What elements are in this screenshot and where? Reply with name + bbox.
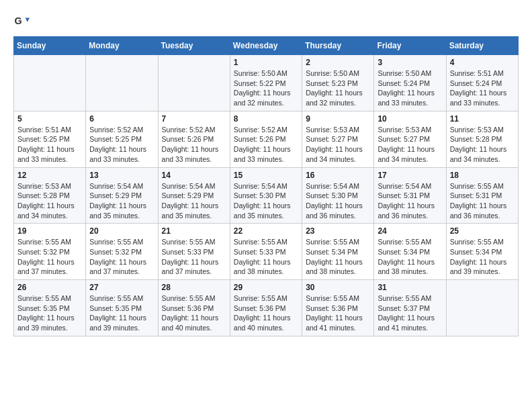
calendar-cell: 28Sunrise: 5:55 AM Sunset: 5:36 PM Dayli… (158, 280, 230, 336)
weekday-header: Friday (374, 37, 446, 55)
day-info: Sunrise: 5:55 AM Sunset: 5:32 PM Dayligh… (89, 237, 154, 277)
weekday-header: Sunday (14, 37, 86, 55)
day-info: Sunrise: 5:55 AM Sunset: 5:33 PM Dayligh… (162, 237, 226, 277)
calendar-cell: 27Sunrise: 5:55 AM Sunset: 5:35 PM Dayli… (86, 280, 158, 336)
calendar-cell: 14Sunrise: 5:54 AM Sunset: 5:29 PM Dayli… (158, 167, 230, 224)
day-info: Sunrise: 5:55 AM Sunset: 5:35 PM Dayligh… (17, 293, 82, 333)
day-info: Sunrise: 5:50 AM Sunset: 5:22 PM Dayligh… (234, 68, 298, 108)
calendar-cell (158, 55, 230, 111)
calendar-cell: 22Sunrise: 5:55 AM Sunset: 5:33 PM Dayli… (230, 224, 302, 280)
day-number: 10 (378, 114, 442, 124)
day-number: 24 (378, 226, 442, 236)
day-info: Sunrise: 5:51 AM Sunset: 5:25 PM Dayligh… (17, 125, 82, 165)
day-number: 3 (378, 58, 442, 67)
calendar-cell: 17Sunrise: 5:54 AM Sunset: 5:31 PM Dayli… (374, 167, 446, 224)
calendar-cell: 12Sunrise: 5:53 AM Sunset: 5:28 PM Dayli… (14, 167, 86, 224)
calendar-table: SundayMondayTuesdayWednesdayThursdayFrid… (13, 36, 519, 336)
calendar-cell: 23Sunrise: 5:55 AM Sunset: 5:34 PM Dayli… (302, 224, 374, 280)
day-number: 28 (162, 283, 226, 292)
calendar-cell: 21Sunrise: 5:55 AM Sunset: 5:33 PM Dayli… (158, 224, 230, 280)
calendar-cell (14, 55, 86, 111)
day-number: 8 (234, 114, 298, 124)
calendar-week-row: 1Sunrise: 5:50 AM Sunset: 5:22 PM Daylig… (14, 55, 519, 111)
day-info: Sunrise: 5:55 AM Sunset: 5:33 PM Dayligh… (234, 237, 298, 277)
day-number: 11 (450, 114, 515, 124)
day-number: 22 (234, 226, 298, 236)
calendar-week-row: 12Sunrise: 5:53 AM Sunset: 5:28 PM Dayli… (14, 167, 519, 224)
day-number: 23 (306, 226, 370, 236)
day-number: 20 (89, 226, 154, 236)
day-info: Sunrise: 5:53 AM Sunset: 5:28 PM Dayligh… (450, 125, 515, 165)
day-number: 14 (162, 171, 226, 180)
calendar-cell: 2Sunrise: 5:50 AM Sunset: 5:23 PM Daylig… (302, 55, 374, 111)
day-info: Sunrise: 5:52 AM Sunset: 5:25 PM Dayligh… (89, 125, 154, 165)
calendar-cell: 16Sunrise: 5:54 AM Sunset: 5:30 PM Dayli… (302, 167, 374, 224)
day-number: 6 (89, 114, 154, 124)
day-info: Sunrise: 5:55 AM Sunset: 5:36 PM Dayligh… (306, 293, 370, 333)
day-info: Sunrise: 5:52 AM Sunset: 5:26 PM Dayligh… (162, 125, 226, 165)
weekday-header-row: SundayMondayTuesdayWednesdayThursdayFrid… (14, 37, 519, 55)
day-number: 31 (378, 283, 442, 292)
day-number: 29 (234, 283, 298, 292)
day-info: Sunrise: 5:55 AM Sunset: 5:36 PM Dayligh… (234, 293, 298, 333)
weekday-header: Thursday (302, 37, 374, 55)
calendar-week-row: 19Sunrise: 5:55 AM Sunset: 5:32 PM Dayli… (14, 224, 519, 280)
day-info: Sunrise: 5:53 AM Sunset: 5:28 PM Dayligh… (17, 181, 82, 221)
day-number: 27 (89, 283, 154, 292)
day-info: Sunrise: 5:54 AM Sunset: 5:30 PM Dayligh… (234, 181, 298, 221)
calendar-cell: 25Sunrise: 5:55 AM Sunset: 5:34 PM Dayli… (446, 224, 518, 280)
calendar-cell: 5Sunrise: 5:51 AM Sunset: 5:25 PM Daylig… (14, 111, 86, 167)
calendar-cell (86, 55, 158, 111)
svg-marker-1 (26, 17, 30, 21)
day-number: 7 (162, 114, 226, 124)
day-number: 12 (17, 171, 82, 180)
day-number: 9 (306, 114, 370, 124)
day-info: Sunrise: 5:52 AM Sunset: 5:26 PM Dayligh… (234, 125, 298, 165)
day-info: Sunrise: 5:53 AM Sunset: 5:27 PM Dayligh… (378, 125, 442, 165)
day-number: 5 (17, 114, 82, 124)
day-number: 19 (17, 226, 82, 236)
calendar-cell: 7Sunrise: 5:52 AM Sunset: 5:26 PM Daylig… (158, 111, 230, 167)
day-info: Sunrise: 5:50 AM Sunset: 5:24 PM Dayligh… (378, 68, 442, 108)
day-info: Sunrise: 5:55 AM Sunset: 5:34 PM Dayligh… (378, 237, 442, 277)
calendar-week-row: 5Sunrise: 5:51 AM Sunset: 5:25 PM Daylig… (14, 111, 519, 167)
calendar-cell: 8Sunrise: 5:52 AM Sunset: 5:26 PM Daylig… (230, 111, 302, 167)
calendar-cell: 30Sunrise: 5:55 AM Sunset: 5:36 PM Dayli… (302, 280, 374, 336)
day-info: Sunrise: 5:55 AM Sunset: 5:36 PM Dayligh… (162, 293, 226, 333)
day-info: Sunrise: 5:54 AM Sunset: 5:30 PM Dayligh… (306, 181, 370, 221)
day-info: Sunrise: 5:55 AM Sunset: 5:35 PM Dayligh… (89, 293, 154, 333)
calendar-cell: 24Sunrise: 5:55 AM Sunset: 5:34 PM Dayli… (374, 224, 446, 280)
calendar-cell: 11Sunrise: 5:53 AM Sunset: 5:28 PM Dayli… (446, 111, 518, 167)
calendar-cell: 1Sunrise: 5:50 AM Sunset: 5:22 PM Daylig… (230, 55, 302, 111)
day-number: 16 (306, 171, 370, 180)
calendar-cell: 29Sunrise: 5:55 AM Sunset: 5:36 PM Dayli… (230, 280, 302, 336)
day-info: Sunrise: 5:55 AM Sunset: 5:31 PM Dayligh… (450, 181, 515, 221)
day-number: 30 (306, 283, 370, 292)
day-info: Sunrise: 5:50 AM Sunset: 5:23 PM Dayligh… (306, 68, 370, 108)
calendar-cell: 13Sunrise: 5:54 AM Sunset: 5:29 PM Dayli… (86, 167, 158, 224)
weekday-header: Tuesday (158, 37, 230, 55)
day-number: 21 (162, 226, 226, 236)
day-number: 26 (17, 283, 82, 292)
calendar-cell: 31Sunrise: 5:55 AM Sunset: 5:37 PM Dayli… (374, 280, 446, 336)
day-number: 1 (234, 58, 298, 67)
calendar-cell: 9Sunrise: 5:53 AM Sunset: 5:27 PM Daylig… (302, 111, 374, 167)
day-info: Sunrise: 5:55 AM Sunset: 5:37 PM Dayligh… (378, 293, 442, 333)
day-number: 18 (450, 171, 515, 180)
calendar-cell: 6Sunrise: 5:52 AM Sunset: 5:25 PM Daylig… (86, 111, 158, 167)
day-number: 2 (306, 58, 370, 67)
calendar-cell: 20Sunrise: 5:55 AM Sunset: 5:32 PM Dayli… (86, 224, 158, 280)
calendar-cell (446, 280, 518, 336)
calendar-cell: 26Sunrise: 5:55 AM Sunset: 5:35 PM Dayli… (14, 280, 86, 336)
page-header: G (13, 13, 519, 30)
svg-text:G: G (15, 15, 22, 26)
day-number: 13 (89, 171, 154, 180)
weekday-header: Wednesday (230, 37, 302, 55)
day-info: Sunrise: 5:55 AM Sunset: 5:32 PM Dayligh… (17, 237, 82, 277)
day-number: 25 (450, 226, 515, 236)
calendar-cell: 10Sunrise: 5:53 AM Sunset: 5:27 PM Dayli… (374, 111, 446, 167)
calendar-cell: 15Sunrise: 5:54 AM Sunset: 5:30 PM Dayli… (230, 167, 302, 224)
day-info: Sunrise: 5:51 AM Sunset: 5:24 PM Dayligh… (450, 68, 515, 108)
day-info: Sunrise: 5:54 AM Sunset: 5:29 PM Dayligh… (162, 181, 226, 221)
day-info: Sunrise: 5:55 AM Sunset: 5:34 PM Dayligh… (306, 237, 370, 277)
